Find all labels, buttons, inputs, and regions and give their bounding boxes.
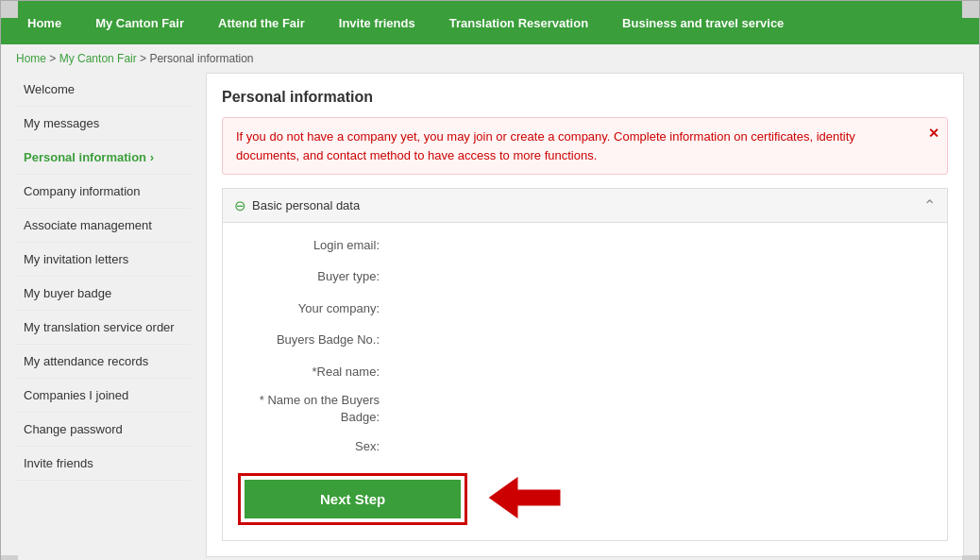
corner-tl — [1, 1, 18, 18]
form-row-badge-no: Buyers Badge No.: — [238, 329, 932, 350]
nav-invite-friends[interactable]: Invite friends — [322, 1, 432, 44]
corner-bl — [1, 555, 18, 560]
label-sex: Sex: — [238, 435, 389, 457]
arrow-indicator — [486, 474, 562, 524]
nav-business-travel[interactable]: Business and travel service — [605, 1, 801, 44]
sidebar-item-companies-joined[interactable]: Companies I joined — [16, 379, 191, 413]
form-row-real-name: *Real name: — [238, 361, 932, 382]
breadcrumb-sep1: > — [49, 52, 59, 65]
section-expand-icon[interactable]: ⌃ — [923, 196, 936, 214]
sidebar-item-messages[interactable]: My messages — [16, 107, 191, 141]
nav-my-canton-fair[interactable]: My Canton Fair — [78, 1, 201, 44]
sidebar-item-invite-friends[interactable]: Invite friends — [16, 447, 191, 481]
breadcrumb-current: Personal information — [149, 52, 253, 65]
corner-tr — [962, 1, 979, 18]
sidebar-item-welcome[interactable]: Welcome — [16, 73, 191, 107]
alert-close-button[interactable]: ✕ — [928, 124, 939, 144]
form-row-email: Login email: — [238, 234, 932, 256]
alert-box: If you do not have a company yet, you ma… — [222, 117, 948, 175]
breadcrumb-home[interactable]: Home — [16, 52, 46, 65]
page-title: Personal information — [222, 89, 948, 106]
form-row-sex: Sex: — [238, 435, 932, 457]
content-area: Personal information If you do not have … — [206, 73, 964, 557]
label-badge-no: Buyers Badge No.: — [238, 329, 389, 350]
breadcrumb: Home > My Canton Fair > Personal informa… — [1, 44, 979, 73]
sidebar-item-invitation-letters[interactable]: My invitation letters — [16, 243, 191, 277]
label-badge-name: * Name on the Buyers Badge: — [238, 392, 389, 426]
form-row-company: Your company: — [238, 297, 932, 319]
label-real-name: *Real name: — [238, 361, 389, 382]
sidebar: Welcome My messages Personal information… — [16, 73, 191, 557]
next-step-area: Next Step — [238, 473, 932, 525]
red-arrow-svg — [486, 474, 562, 521]
section-content: Login email: Buyer type: Your company: B… — [222, 223, 948, 541]
breadcrumb-section[interactable]: My Canton Fair — [59, 52, 137, 65]
next-step-button[interactable]: Next Step — [245, 480, 461, 518]
top-nav: Home My Canton Fair Attend the Fair Invi… — [1, 1, 979, 44]
label-buyer-type: Buyer type: — [238, 265, 389, 287]
form-row-badge-name: * Name on the Buyers Badge: — [238, 392, 932, 426]
nav-attend-fair[interactable]: Attend the Fair — [201, 1, 322, 44]
sidebar-item-associate-mgmt[interactable]: Associate management — [16, 209, 191, 243]
sidebar-item-translation-order[interactable]: My translation service order — [16, 311, 191, 345]
section-title: Basic personal data — [252, 198, 360, 212]
corner-br — [962, 555, 979, 560]
next-step-wrapper: Next Step — [238, 473, 467, 525]
nav-translation-reservation[interactable]: Translation Reservation — [432, 1, 605, 44]
sidebar-item-change-password[interactable]: Change password — [16, 413, 191, 447]
section-collapse-icon[interactable]: ⊖ — [234, 197, 246, 214]
svg-marker-0 — [486, 474, 562, 521]
sidebar-item-personal-info[interactable]: Personal information — [16, 141, 191, 175]
sidebar-item-attendance[interactable]: My attendance records — [16, 345, 191, 379]
section-header: ⊖ Basic personal data ⌃ — [222, 188, 948, 223]
alert-text: If you do not have a company yet, you ma… — [236, 129, 855, 162]
sidebar-item-company-info[interactable]: Company information — [16, 175, 191, 209]
main-layout: Welcome My messages Personal information… — [1, 73, 979, 560]
section-header-left: ⊖ Basic personal data — [234, 197, 360, 214]
form-row-buyer-type: Buyer type: — [238, 265, 932, 287]
label-your-company: Your company: — [238, 297, 389, 319]
nav-home[interactable]: Home — [10, 1, 78, 44]
sidebar-item-buyer-badge[interactable]: My buyer badge — [16, 277, 191, 311]
label-login-email: Login email: — [238, 234, 389, 256]
breadcrumb-sep2: > — [140, 52, 149, 65]
